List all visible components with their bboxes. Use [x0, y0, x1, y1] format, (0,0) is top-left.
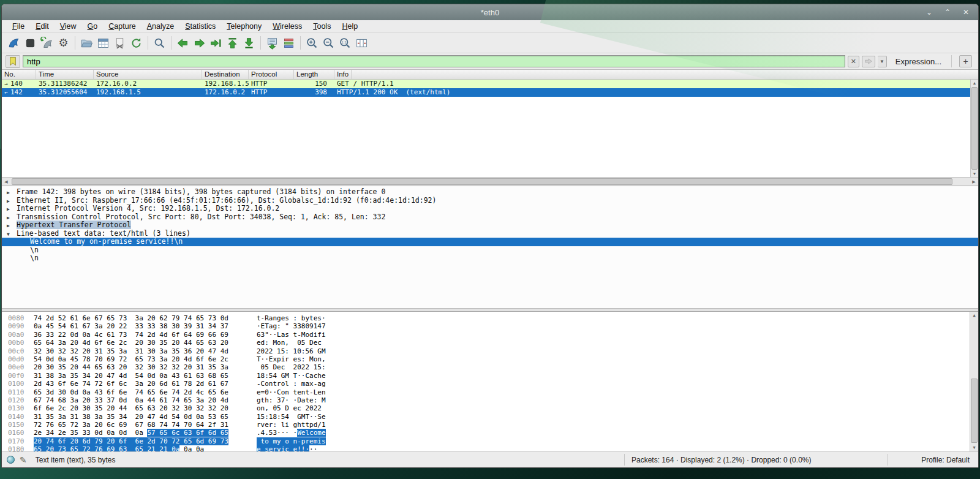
menu-item-help[interactable]: Help	[336, 21, 363, 32]
menu-item-wireless[interactable]: Wireless	[267, 21, 307, 32]
go-back-button[interactable]	[175, 35, 191, 51]
packet-row[interactable]: ←14235.312055604192.168.1.5172.16.0.2HTT…	[2, 88, 970, 97]
resize-columns-icon	[355, 37, 368, 50]
menu-item-go[interactable]: Go	[82, 21, 104, 32]
scroll-down-arrow[interactable]: ▼	[970, 444, 978, 451]
capture-comment-icon[interactable]: ✎	[20, 455, 27, 465]
display-filter-input[interactable]	[23, 55, 845, 67]
titlebar[interactable]: *eth0	[2, 4, 978, 20]
resize-columns-button[interactable]	[353, 35, 370, 51]
expert-info-icon[interactable]	[7, 456, 15, 464]
reload-file-button[interactable]	[128, 35, 145, 51]
expander-icon[interactable]	[7, 230, 17, 239]
menu-item-tools[interactable]: Tools	[307, 21, 336, 32]
expander-icon[interactable]	[7, 222, 17, 230]
bytes-vertical-scrollbar[interactable]: ▲ ▼	[970, 312, 978, 451]
expander-icon[interactable]	[7, 205, 17, 214]
menu-item-analyze[interactable]: Analyze	[141, 21, 179, 32]
expression-button[interactable]: Expression...	[895, 57, 941, 66]
auto-scroll-button[interactable]	[264, 35, 281, 51]
menu-item-view[interactable]: View	[55, 21, 82, 32]
close-file-button[interactable]	[111, 35, 128, 51]
hex-row[interactable]: 01306f 6e 2c 20 30 35 20 44 65 63 20 32 …	[8, 404, 978, 412]
status-profile[interactable]: Profile: Default	[921, 456, 970, 464]
go-first-packet-button[interactable]	[224, 35, 241, 51]
colorize-packets-button[interactable]	[281, 35, 297, 51]
go-to-packet-button[interactable]	[208, 35, 224, 51]
detail-line[interactable]: Line-based text data: text/html (3 lines…	[2, 230, 978, 238]
detail-line[interactable]: Transmission Control Protocol, Src Port:…	[2, 213, 978, 222]
hex-row[interactable]: 014031 35 3a 31 38 3a 35 34 20 47 4d 54 …	[8, 413, 978, 421]
hex-row[interactable]: 00f031 38 3a 35 34 20 47 4d 54 0d 0a 43 …	[8, 372, 978, 380]
expander-icon[interactable]	[7, 214, 17, 222]
go-last-packet-button[interactable]	[241, 35, 257, 51]
add-filter-button[interactable]: +	[959, 55, 972, 67]
scrollbar-thumb[interactable]	[12, 178, 952, 185]
hex-row[interactable]: 00900a 45 54 61 67 3a 20 22 33 33 38 30 …	[8, 322, 978, 330]
scroll-right-arrow[interactable]: ▶	[970, 178, 978, 186]
hex-row[interactable]: 01002d 43 6f 6e 74 72 6f 6c 3a 20 6d 61 …	[8, 380, 978, 388]
detail-line[interactable]: \n	[2, 246, 978, 255]
column-header-destination[interactable]: Destination	[202, 70, 249, 79]
menu-item-capture[interactable]: Capture	[103, 21, 141, 32]
close-button[interactable]	[960, 7, 972, 18]
column-header-protocol[interactable]: Protocol	[249, 70, 294, 79]
filter-dropdown-button[interactable]: ▼	[878, 56, 887, 67]
hex-row[interactable]: 00a036 33 22 0d 0a 4c 61 73 74 2d 4d 6f …	[8, 331, 978, 339]
open-file-button[interactable]	[78, 35, 95, 51]
packet-list-horizontal-scrollbar[interactable]: ◀ ▶	[2, 177, 978, 186]
column-header-info[interactable]: Info	[334, 70, 352, 79]
hex-row[interactable]: 011065 3d 30 0d 0a 43 6f 6e 74 65 6e 74 …	[8, 388, 978, 396]
maximize-button[interactable]	[941, 7, 954, 18]
filter-apply-button[interactable]	[862, 56, 875, 67]
go-forward-button[interactable]	[191, 35, 208, 51]
hex-row[interactable]: 008074 2d 52 61 6e 67 65 73 3a 20 62 79 …	[8, 314, 978, 322]
packet-row[interactable]: →14035.311386242172.16.0.2192.168.1.5HTT…	[2, 80, 970, 88]
hex-row[interactable]: 015072 76 65 72 3a 20 6c 69 67 68 74 74 …	[8, 421, 978, 429]
hex-row[interactable]: 018065 20 73 65 72 76 69 63 65 21 21 0a …	[8, 445, 978, 451]
column-header-time[interactable]: Time	[36, 70, 94, 79]
hex-row[interactable]: 00e020 30 35 20 44 65 63 20 32 30 32 32 …	[8, 363, 978, 371]
hex-row[interactable]: 00d054 0d 0a 45 78 70 69 72 65 73 3a 20 …	[8, 355, 978, 363]
expander-icon[interactable]	[7, 197, 17, 206]
scroll-up-arrow[interactable]: ▲	[971, 80, 978, 86]
detail-line[interactable]: \n	[2, 254, 978, 263]
scrollbar-track[interactable]	[10, 178, 970, 186]
scroll-up-arrow[interactable]: ▲	[970, 312, 978, 319]
column-header-length[interactable]: Length	[294, 70, 334, 79]
stop-capture-button[interactable]	[22, 35, 39, 51]
minimize-button[interactable]	[923, 7, 935, 18]
hex-row[interactable]: 00c032 30 32 32 20 31 35 3a 31 30 3a 35 …	[8, 347, 978, 355]
hex-row[interactable]: 012067 74 68 3a 20 33 37 0d 0a 44 61 74 …	[8, 396, 978, 404]
scroll-down-arrow[interactable]: ▼	[971, 170, 978, 177]
filter-clear-button[interactable]: ✕	[848, 56, 859, 67]
capture-options-button[interactable]: ⚙	[55, 35, 72, 51]
detail-line[interactable]: Ethernet II, Src: Raspberr_17:66:66 (e4:…	[2, 197, 978, 205]
hex-row[interactable]: 01602e 34 2e 35 33 0d 0a 0d 0a 57 65 6c …	[8, 429, 978, 437]
filter-bookmark-button[interactable]	[6, 55, 20, 68]
scroll-left-arrow[interactable]: ◀	[2, 178, 10, 186]
hex-row[interactable]: 00b065 64 3a 20 4d 6f 6e 2c 20 30 35 20 …	[8, 339, 978, 347]
zoom-out-button[interactable]	[320, 35, 337, 51]
menu-item-statistics[interactable]: Statistics	[179, 21, 221, 32]
column-header-source[interactable]: Source	[94, 70, 202, 79]
detail-line[interactable]: Internet Protocol Version 4, Src: 192.16…	[2, 205, 978, 213]
packet-list-vertical-scrollbar[interactable]: ▲ ▼	[970, 80, 978, 177]
detail-line[interactable]: Frame 142: 398 bytes on wire (3184 bits)…	[2, 188, 978, 197]
menu-item-file[interactable]: File	[7, 21, 30, 32]
column-header-no[interactable]: No.	[2, 70, 36, 79]
scrollbar-thumb[interactable]	[971, 379, 978, 443]
save-file-button[interactable]	[95, 35, 111, 51]
scrollbar-thumb[interactable]	[971, 87, 978, 170]
find-packet-button[interactable]	[151, 35, 168, 51]
menu-item-edit[interactable]: Edit	[30, 21, 55, 32]
zoom-in-button[interactable]	[304, 35, 320, 51]
zoom-reset-button[interactable]: 1:1	[337, 35, 353, 51]
menu-item-telephony[interactable]: Telephony	[221, 21, 267, 32]
detail-line[interactable]: Welcome to my on-premise service!!\n	[2, 238, 978, 246]
restart-capture-button[interactable]	[39, 35, 55, 51]
hex-row[interactable]: 017020 74 6f 20 6d 79 20 6f 6e 2d 70 72 …	[8, 437, 978, 445]
expander-icon[interactable]	[7, 189, 17, 197]
detail-line[interactable]: Hypertext Transfer Protocol	[2, 221, 978, 230]
start-capture-button[interactable]	[6, 35, 22, 51]
